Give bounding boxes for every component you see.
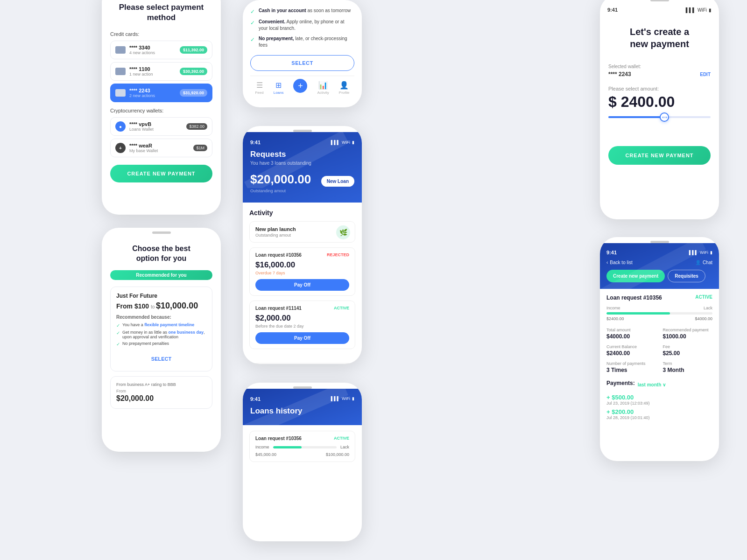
nav-activity-s3[interactable]: 📊 Activity: [317, 81, 329, 95]
signal-s6: ▌▌▌: [686, 7, 696, 13]
wifi-s6: WiFi: [698, 7, 707, 13]
card-num-3: **** 2243: [129, 88, 180, 93]
requisites-btn[interactable]: Requisites: [668, 270, 705, 282]
wallet-item-2[interactable]: + **** weaR My base Wallet $1M: [110, 139, 212, 157]
lack-label-s7: Lack: [704, 306, 712, 310]
check-icon-2: ✓: [116, 330, 120, 336]
option-card-2[interactable]: From business A+ rating to BBB From $20,…: [110, 376, 212, 409]
history-loan-status: ACTIVE: [334, 436, 349, 441]
detail-loan-status: ACTIVE: [695, 294, 712, 301]
loan-detail-header: 9:41 ▌▌▌ WiFi ▮ ‹ Back to list 👤 Chat Cr…: [600, 243, 719, 289]
card-badge-3: $31,920.00: [180, 89, 207, 97]
field-recommended-payment: Recommended payment $1000.00: [663, 328, 713, 340]
history-loan-card[interactable]: Loan request #10356 ACTIVE Income Lack $…: [249, 431, 355, 462]
wallet-row: **** 2243 EDIT: [608, 71, 711, 77]
feed-label: Feed: [255, 91, 263, 95]
s3-check-3: ✓ No prepayment, late, or check-processi…: [250, 35, 354, 49]
select-button-s2[interactable]: SELECT: [116, 352, 206, 365]
loan-due-2: Before the due date 2 day: [255, 324, 349, 329]
wallet-item-1[interactable]: ● **** vpvB Loans Wallet $382.00: [110, 117, 212, 136]
loan-num-2: Loan request #11141: [255, 306, 302, 311]
time-s4: 9:41: [250, 140, 261, 145]
check-icon-1: ✓: [116, 323, 120, 328]
payoff-button-2[interactable]: Pay Off: [255, 332, 349, 344]
time-s7: 9:41: [606, 250, 617, 255]
status-bar-s6: 9:41 ▌▌▌ WiFi ▮: [600, 1, 719, 15]
edit-wallet-button[interactable]: EDIT: [700, 72, 711, 77]
activity-card-sub: Outstanding amout: [255, 233, 349, 238]
chat-button[interactable]: 👤 Chat: [695, 260, 712, 265]
detail-loan-num: Loan request #10356: [606, 294, 662, 301]
profile-icon: 👤: [339, 81, 349, 90]
amount-slider[interactable]: ⟺: [608, 116, 711, 118]
wallet-name-2: **** weaR: [129, 143, 193, 148]
recommended-badge: Recommended for you: [110, 270, 212, 280]
history-val1: $45,000.00: [255, 452, 276, 457]
battery-s5: ▮: [352, 396, 354, 402]
loans-history-screen: 9:41 ▌▌▌ WiFi ▮ Loans history Loan reque…: [243, 383, 362, 541]
credit-cards-label: Credit cards:: [110, 31, 212, 37]
s3-check-text-2: Convenient. Apply online, by phone or at…: [259, 19, 354, 32]
create-payment-button-s1[interactable]: CREATE NEW PAYMENT: [110, 165, 212, 182]
create-payment-btn-s7[interactable]: Create new payment: [606, 270, 665, 282]
option1-check-3: ✓ No prepayment penalties: [116, 341, 206, 347]
wifi-icon-s4: WiFi: [342, 140, 350, 145]
signal-s5: ▌▌▌: [331, 396, 340, 402]
option2-amount: $20,000.00: [116, 394, 206, 403]
payments-period[interactable]: last month ∨: [638, 382, 666, 387]
loan-select-screen: ✓ Cash in your account as soon as tomorr…: [243, 0, 362, 107]
loans-icon: ⊞: [275, 81, 282, 90]
nav-loans-s3[interactable]: ⊞ Loans: [274, 81, 284, 95]
loan-card-1[interactable]: Loan request #10356 REJECTED $16,000.00 …: [249, 247, 355, 296]
field-term: Term 3 Month: [663, 361, 713, 373]
payoff-button-1[interactable]: Pay Off: [255, 279, 349, 291]
s3-check-icon-1: ✓: [250, 8, 255, 15]
payment-method-title: Please select payment method: [110, 2, 212, 23]
create-payment-screen: 9:41 ▌▌▌ WiFi ▮ Let's create anew paymen…: [600, 0, 719, 219]
card-item-1[interactable]: **** 3340 4 new actions $11,392.00: [110, 41, 212, 59]
nav-profile-s3[interactable]: 👤 Profile: [339, 81, 350, 95]
create-payment-title: Let's create anew payment: [608, 26, 711, 50]
battery-icon-s4: ▮: [352, 140, 354, 145]
pay-date-1: Jul 23, 2019 (12:03:49): [606, 401, 712, 406]
history-loan-num: Loan request #10356: [255, 436, 302, 441]
income-progress-fill: [273, 446, 302, 448]
back-to-list-button[interactable]: ‹ Back to list: [606, 260, 633, 265]
option2-label: From business A+ rating to BBB: [116, 382, 206, 387]
field-fee: Fee $25.00: [663, 344, 713, 357]
detail-progress-track: [606, 312, 712, 315]
new-loan-button[interactable]: New Loan: [321, 176, 354, 187]
wallet-number: **** 2243: [608, 71, 631, 77]
card-item-3[interactable]: **** 2243 2 new actions $31,920.00: [110, 84, 212, 102]
nav-feed-s3[interactable]: ☰ Feed: [255, 81, 263, 95]
wallet-sub-2: My base Wallet: [129, 148, 193, 153]
card-num-1: **** 3340: [129, 45, 180, 50]
activity-card[interactable]: New plan launch Outstanding amout 🌿: [249, 221, 355, 243]
field-num-payments: Number of payments 3 Times: [606, 361, 656, 373]
choose-option-screen: Choose the bestoption for you Recommende…: [102, 228, 221, 452]
card-badge-1: $11,392.00: [180, 46, 207, 54]
selected-wallet-label: Selected wallet:: [608, 64, 711, 69]
requests-title: Requests: [250, 150, 354, 159]
nav-plus-s3[interactable]: +: [293, 83, 307, 93]
signal-icon-s4: ▌▌▌: [331, 140, 340, 145]
plus-button[interactable]: +: [293, 79, 307, 93]
payment-amount: $ 2400.00: [608, 93, 711, 111]
lack-label: Lack: [340, 445, 349, 449]
bottom-nav-s3: ☰ Feed ⊞ Loans + 📊 Activity 👤 Profile: [250, 76, 354, 95]
field-total-amount: Total amount $4000.00: [606, 328, 656, 340]
slider-thumb[interactable]: ⟺: [660, 112, 669, 122]
wallet-icon-1: ●: [115, 121, 126, 132]
card-item-2[interactable]: **** 1100 1 new action $30,392.00: [110, 62, 212, 81]
create-payment-body: Let's create anew payment Selected walle…: [600, 15, 719, 172]
status-bar-s5: 9:41 ▌▌▌ WiFi ▮: [250, 396, 354, 402]
create-new-payment-button[interactable]: CREATE NEW PAYMENT: [608, 146, 711, 165]
loan-card-2[interactable]: Loan request #11141 ACTIVE $2,000.00 Bef…: [249, 301, 355, 349]
time-s6: 9:41: [607, 7, 618, 13]
pay-date-2: Jul 28, 2019 (10:01:40): [606, 415, 712, 420]
card-icon-3: [115, 89, 126, 97]
select-button-s3[interactable]: SELECT: [250, 55, 354, 71]
nav-row-s7: ‹ Back to list 👤 Chat: [606, 260, 712, 265]
choose-option-title: Choose the bestoption for you: [110, 244, 212, 264]
option-card-1[interactable]: Just For Future From $100 to $10,000.00 …: [110, 287, 212, 371]
